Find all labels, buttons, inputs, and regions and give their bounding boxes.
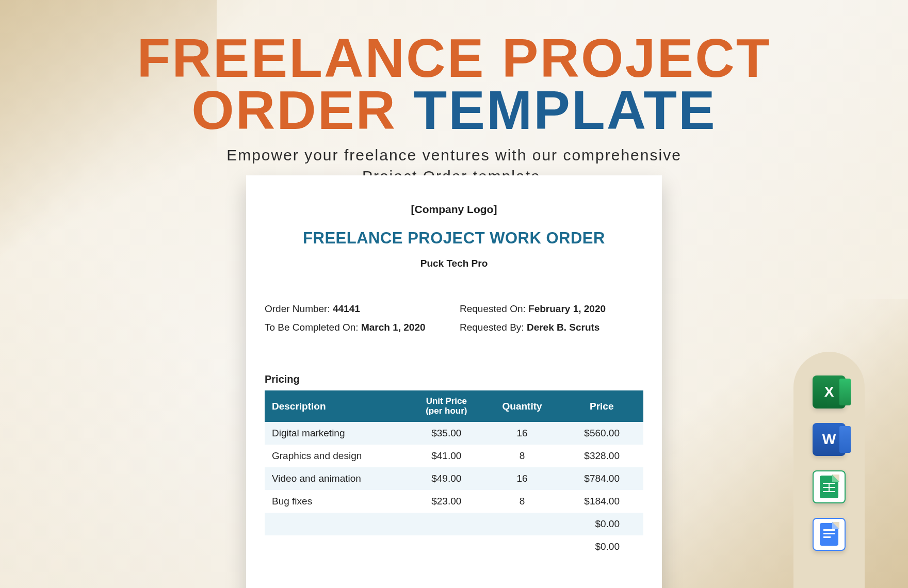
pricing-header-row: Description Unit Price (per hour) Quanti… bbox=[265, 390, 643, 422]
cell-price: $560.00 bbox=[560, 422, 644, 445]
cell-unit: $35.00 bbox=[409, 422, 484, 445]
word-icon[interactable]: W bbox=[813, 423, 846, 456]
col-unit-price: Unit Price (per hour) bbox=[409, 390, 484, 422]
order-meta: Order Number: 44141 To Be Completed On: … bbox=[265, 303, 643, 340]
promo-header: FREELANCE PROJECT ORDER TEMPLATE Empower… bbox=[0, 32, 908, 187]
cell-qty: 8 bbox=[484, 490, 560, 513]
meta-right-col: Requested On: February 1, 2020 Requested… bbox=[448, 303, 643, 340]
cell-desc bbox=[265, 535, 409, 558]
cell-qty bbox=[484, 535, 560, 558]
cell-desc: Digital marketing bbox=[265, 422, 409, 445]
subtitle-line-1: Empower your freelance ventures with our… bbox=[226, 146, 682, 164]
requested-on-label: Requested On: bbox=[460, 303, 528, 314]
cell-qty: 8 bbox=[484, 445, 560, 467]
order-number-row: Order Number: 44141 bbox=[265, 303, 448, 315]
cell-unit: $23.00 bbox=[409, 490, 484, 513]
cell-price: $184.00 bbox=[560, 490, 644, 513]
cell-qty: 16 bbox=[484, 422, 560, 445]
cell-qty: 16 bbox=[484, 467, 560, 490]
company-logo-placeholder: [Company Logo] bbox=[265, 203, 643, 216]
excel-letter: X bbox=[813, 375, 846, 409]
col-unit-price-l1: Unit Price bbox=[414, 397, 479, 406]
order-number-label: Order Number: bbox=[265, 303, 333, 314]
title-part-3: TEMPLATE bbox=[413, 79, 716, 140]
requested-by-row: Requested By: Derek B. Scruts bbox=[460, 322, 643, 333]
document-title: FREELANCE PROJECT WORK ORDER bbox=[265, 229, 643, 248]
gdocs-glyph bbox=[820, 523, 838, 546]
cell-price: $0.00 bbox=[560, 535, 644, 558]
completed-on-label: To Be Completed On: bbox=[265, 322, 361, 333]
cell-price: $328.00 bbox=[560, 445, 644, 467]
promo-title: FREELANCE PROJECT ORDER TEMPLATE bbox=[0, 32, 908, 136]
word-letter: W bbox=[813, 423, 846, 456]
document-inner: [Company Logo] FREELANCE PROJECT WORK OR… bbox=[246, 175, 662, 558]
completed-on-value: March 1, 2020 bbox=[361, 322, 426, 333]
google-docs-icon[interactable] bbox=[813, 518, 846, 551]
col-price: Price bbox=[560, 390, 644, 422]
table-row: Bug fixes $23.00 8 $184.00 bbox=[265, 490, 643, 513]
completed-on-row: To Be Completed On: March 1, 2020 bbox=[265, 322, 448, 333]
cell-desc: Bug fixes bbox=[265, 490, 409, 513]
table-row: Digital marketing $35.00 16 $560.00 bbox=[265, 422, 643, 445]
cell-desc bbox=[265, 513, 409, 535]
cell-desc: Video and animation bbox=[265, 467, 409, 490]
cell-unit bbox=[409, 535, 484, 558]
google-sheets-icon[interactable] bbox=[813, 470, 846, 503]
pricing-section-title: Pricing bbox=[265, 373, 643, 385]
col-unit-price-l2: (per hour) bbox=[414, 406, 479, 416]
cell-qty bbox=[484, 513, 560, 535]
cell-unit bbox=[409, 513, 484, 535]
format-badge-bar: X W bbox=[793, 352, 865, 588]
pricing-table: Description Unit Price (per hour) Quanti… bbox=[265, 390, 643, 558]
cell-price: $0.00 bbox=[560, 513, 644, 535]
order-number-value: 44141 bbox=[333, 303, 360, 314]
table-row: $0.00 bbox=[265, 513, 643, 535]
cell-unit: $41.00 bbox=[409, 445, 484, 467]
table-row: Video and animation $49.00 16 $784.00 bbox=[265, 467, 643, 490]
title-part-2: ORDER bbox=[191, 79, 397, 140]
table-row: Graphics and design $41.00 8 $328.00 bbox=[265, 445, 643, 467]
cell-price: $784.00 bbox=[560, 467, 644, 490]
requested-on-value: February 1, 2020 bbox=[528, 303, 606, 314]
col-quantity: Quantity bbox=[484, 390, 560, 422]
table-row: $0.00 bbox=[265, 535, 643, 558]
requested-by-label: Requested By: bbox=[460, 322, 527, 333]
pricing-table-body: Digital marketing $35.00 16 $560.00 Grap… bbox=[265, 422, 643, 558]
document-preview: [Company Logo] FREELANCE PROJECT WORK OR… bbox=[246, 175, 662, 588]
meta-left-col: Order Number: 44141 To Be Completed On: … bbox=[265, 303, 448, 340]
excel-icon[interactable]: X bbox=[813, 375, 846, 409]
requested-by-value: Derek B. Scruts bbox=[527, 322, 600, 333]
pricing-table-head: Description Unit Price (per hour) Quanti… bbox=[265, 390, 643, 422]
sheets-glyph bbox=[820, 476, 838, 498]
cell-desc: Graphics and design bbox=[265, 445, 409, 467]
col-description: Description bbox=[265, 390, 409, 422]
requested-on-row: Requested On: February 1, 2020 bbox=[460, 303, 643, 315]
page-background: FREELANCE PROJECT ORDER TEMPLATE Empower… bbox=[0, 0, 908, 588]
company-name: Puck Tech Pro bbox=[265, 258, 643, 269]
cell-unit: $49.00 bbox=[409, 467, 484, 490]
